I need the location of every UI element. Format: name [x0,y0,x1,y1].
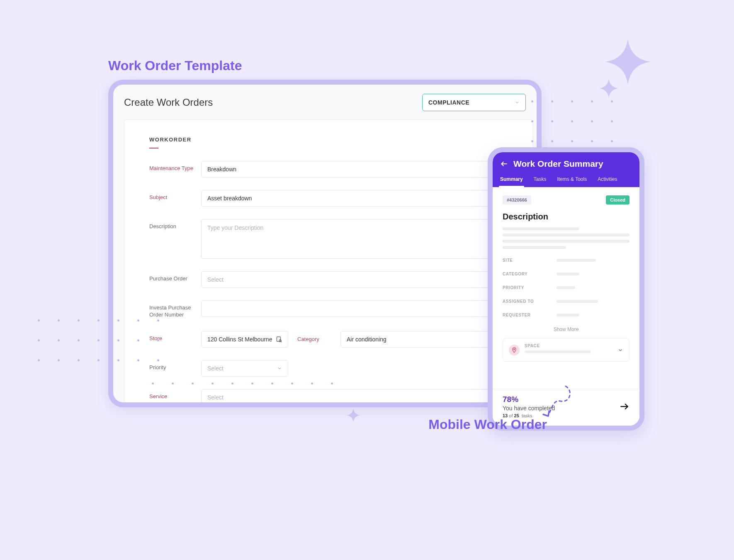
kv-site-label: SITE [503,258,557,263]
lookup-icon [276,336,282,342]
skeleton-line [503,227,579,230]
space-label: SPACE [525,343,612,348]
skeleton-line [557,259,596,262]
svg-point-10 [514,348,515,350]
svg-line-5 [281,341,282,342]
subject-value: Asset breakdown [207,195,252,202]
svg-rect-3 [277,337,281,341]
skeleton-line [557,314,579,317]
dot-grid [531,100,618,150]
tab-summary[interactable]: Summary [500,176,523,187]
subject-input[interactable]: Asset breakdown [201,190,508,207]
page-title-mobile: Mobile Work Order [428,417,547,432]
purchase-order-placeholder: Select [207,276,224,283]
skeleton-line [503,234,629,236]
dot-grid [152,382,334,399]
label-investa-po: Investa Purchase Order Number [149,300,201,319]
status-badge: Closed [606,195,629,205]
show-more-button[interactable]: Show More [503,326,629,332]
category-select[interactable]: Air conditioning [340,331,508,348]
priority-placeholder: Select [207,365,224,372]
mobile-header: Work Order Summary Summary Tasks Items &… [493,152,639,187]
type-select-value: COMPLIANCE [428,99,469,106]
sparkle-icon [605,39,651,85]
skeleton-line [525,351,591,353]
category-value: Air conditioning [347,336,386,343]
kv-requester-label: REQUESTER [503,313,557,317]
pin-icon [509,345,520,355]
skeleton-line [503,240,629,243]
label-maintenance-type: Maintenance Type [149,161,201,172]
skeleton-line [557,273,579,275]
label-subject: Subject [149,190,201,201]
type-select[interactable]: COMPLIANCE [422,94,526,111]
tab-tasks[interactable]: Tasks [534,176,547,187]
store-value: 120 Collins St Melbourne [207,336,272,343]
chevron-down-icon [617,347,623,353]
kv-category-label: CATEGORY [503,272,557,276]
purchase-order-input[interactable]: Select [201,271,508,288]
kv-assigned-label: ASSIGNED TO [503,299,557,304]
desktop-card: Create Work Orders COMPLIANCE WORKORDER … [108,80,542,407]
label-description: Description [149,219,201,230]
kv-priority-label: PRIORITY [503,285,557,290]
description-placeholder: Type your Description [207,224,263,231]
chevron-down-icon [277,366,282,371]
maintenance-type-select[interactable]: Breakdown [201,161,508,178]
priority-select[interactable]: Select [201,360,288,377]
skeleton-line [503,246,566,249]
dot-grid [38,319,170,373]
space-card[interactable]: SPACE [503,338,629,362]
form-title: Create Work Orders [124,97,213,108]
tab-items-tools[interactable]: Items & Tools [557,176,587,187]
description-textarea[interactable]: Type your Description [201,219,508,259]
mobile-title: Work Order Summary [513,159,603,169]
back-icon[interactable] [500,160,508,168]
chevron-down-icon [515,100,520,105]
skeleton-line [557,300,598,303]
skeleton-line [557,286,575,289]
label-category: Category [297,336,331,342]
tab-workorder[interactable]: WORKORDER [149,136,192,149]
form-panel: WORKORDER Maintenance Type Breakdown Sub… [124,119,533,407]
sparkle-icon [347,409,360,422]
arrow-right-icon[interactable] [619,401,629,412]
investa-po-input[interactable] [201,300,508,317]
maintenance-type-value: Breakdown [207,166,236,173]
sparkle-icon [599,79,618,98]
tab-activities[interactable]: Activities [598,176,617,187]
page-title-template: Work Order Template [108,58,242,73]
workorder-id-chip: #4320666 [503,195,531,205]
store-input[interactable]: 120 Collins St Melbourne [201,331,288,348]
description-heading: Description [503,212,629,222]
label-purchase-order: Purchase Order [149,271,201,282]
